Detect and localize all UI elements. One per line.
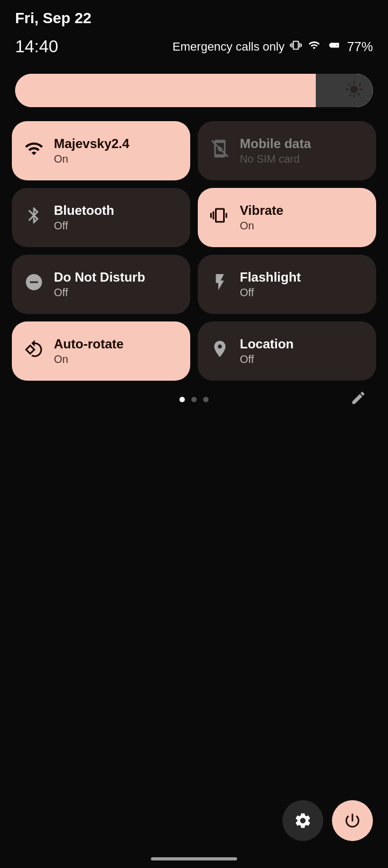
location-tile-subtitle: Off: [240, 353, 294, 366]
vibrate-status-icon: [290, 39, 302, 54]
dnd-tile-icon: [24, 272, 44, 296]
location-tile[interactable]: Location Off: [198, 321, 376, 381]
status-icons: Emergency calls only 77%: [172, 39, 373, 54]
wifi-tile-icon: [24, 139, 44, 163]
pagination-dot-1[interactable]: [179, 397, 185, 402]
mobile-data-tile[interactable]: Mobile data No SIM card: [198, 121, 376, 180]
flashlight-tile-title: Flashlight: [240, 270, 301, 285]
flashlight-tile-subtitle: Off: [240, 286, 301, 299]
status-bar: Fri, Sep 22 14:40 Emergency calls only 7…: [0, 0, 388, 61]
bluetooth-tile-icon: [24, 206, 44, 229]
time-display: 14:40: [15, 37, 58, 57]
vibrate-tile-subtitle: On: [240, 220, 283, 232]
wifi-status-icon: [307, 39, 321, 54]
emergency-text: Emergency calls only: [172, 40, 285, 54]
vibrate-tile[interactable]: Vibrate On: [198, 188, 376, 247]
wifi-tile[interactable]: Majevsky2.4 On: [12, 121, 190, 180]
location-tile-icon: [210, 339, 230, 363]
bottom-bar: [282, 800, 373, 841]
mobile-data-tile-text: Mobile data No SIM card: [240, 136, 311, 165]
bluetooth-tile-title: Bluetooth: [54, 203, 114, 219]
vibrate-tile-icon: [210, 206, 230, 229]
date-display: Fri, Sep 22: [15, 10, 373, 27]
flashlight-tile-icon: [210, 272, 230, 296]
battery-percent: 77%: [347, 39, 373, 54]
auto-rotate-tile-icon: [24, 339, 44, 363]
vibrate-tile-text: Vibrate On: [240, 203, 283, 232]
pagination-dot-3[interactable]: [203, 397, 209, 402]
wifi-tile-title: Majevsky2.4: [54, 136, 129, 152]
dnd-tile-title: Do Not Disturb: [54, 270, 145, 285]
auto-rotate-tile-title: Auto-rotate: [54, 337, 123, 352]
edit-tiles-button[interactable]: [350, 390, 366, 410]
wifi-tile-text: Majevsky2.4 On: [54, 136, 129, 165]
brightness-slider[interactable]: [15, 74, 373, 107]
mobile-data-tile-icon: [210, 139, 230, 163]
dnd-tile-subtitle: Off: [54, 286, 145, 299]
bluetooth-tile[interactable]: Bluetooth Off: [12, 188, 190, 247]
location-tile-title: Location: [240, 337, 294, 352]
auto-rotate-tile[interactable]: Auto-rotate On: [12, 321, 190, 381]
brightness-icon: [345, 80, 363, 101]
location-tile-text: Location Off: [240, 337, 294, 366]
settings-button[interactable]: [282, 800, 323, 841]
quick-tiles-grid: Majevsky2.4 On Mobile data No SIM card B…: [0, 116, 388, 386]
mobile-data-tile-title: Mobile data: [240, 136, 311, 152]
battery-status-icon: [327, 39, 342, 54]
pagination-dot-2[interactable]: [191, 397, 197, 402]
home-indicator: [151, 857, 237, 860]
dnd-tile[interactable]: Do Not Disturb Off: [12, 255, 190, 314]
bluetooth-tile-subtitle: Off: [54, 220, 114, 232]
flashlight-tile-text: Flashlight Off: [240, 270, 301, 299]
wifi-tile-subtitle: On: [54, 153, 129, 165]
auto-rotate-tile-text: Auto-rotate On: [54, 337, 123, 366]
svg-rect-1: [330, 44, 335, 47]
dnd-tile-text: Do Not Disturb Off: [54, 270, 145, 299]
auto-rotate-tile-subtitle: On: [54, 353, 123, 366]
vibrate-tile-title: Vibrate: [240, 203, 283, 219]
power-button[interactable]: [332, 800, 373, 841]
bluetooth-tile-text: Bluetooth Off: [54, 203, 114, 232]
flashlight-tile[interactable]: Flashlight Off: [198, 255, 376, 314]
pagination-dots: [0, 397, 388, 402]
mobile-data-tile-subtitle: No SIM card: [240, 153, 311, 165]
